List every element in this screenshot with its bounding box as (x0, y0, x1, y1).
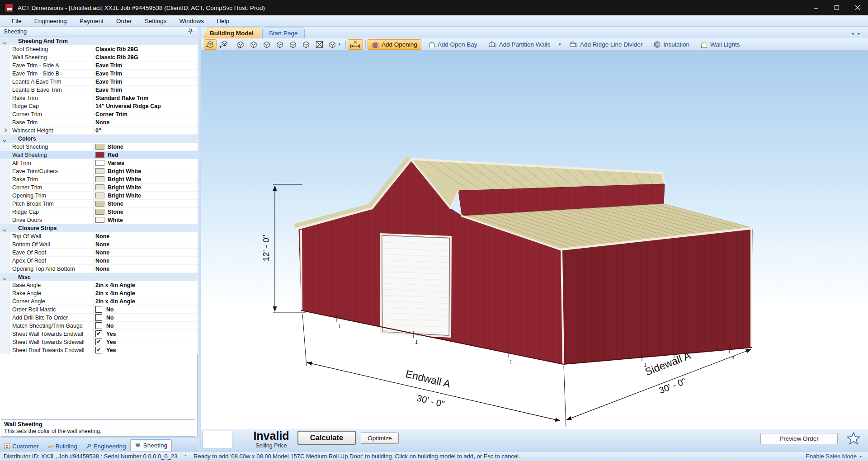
color-swatch[interactable] (95, 152, 104, 158)
building-type-2-icon[interactable] (247, 39, 260, 50)
section-header[interactable]: Colors (0, 135, 198, 143)
tab-sheeting[interactable]: Sheeting (130, 439, 172, 451)
property-row[interactable]: Ridge CapStone (0, 208, 198, 216)
property-row[interactable]: Corner TrimBright White (0, 183, 198, 192)
partition-dropdown-caret[interactable]: ▼ (558, 42, 561, 47)
property-row[interactable]: Rake TrimStandard Rake Trim (0, 94, 198, 102)
menu-file[interactable]: File (5, 16, 28, 26)
property-row[interactable]: Rake TrimBright White (0, 175, 198, 183)
rollup-door[interactable] (381, 234, 451, 337)
property-row[interactable]: Apex Of RoofNone (0, 257, 198, 265)
menu-help[interactable]: Help (210, 16, 236, 26)
property-row[interactable]: Roof SheetingClassic Rib 29G (0, 45, 198, 53)
property-value[interactable]: Classic Rib 29G (93, 53, 198, 61)
color-swatch[interactable] (95, 168, 104, 174)
menu-order[interactable]: Order (110, 16, 138, 26)
building-presets-dropdown[interactable]: ▼ (326, 39, 343, 50)
property-row[interactable]: Order Roll MasticNo (0, 306, 198, 314)
property-value[interactable]: ✔Yes (93, 330, 198, 338)
property-row[interactable]: Leanto B Eave TrimEave Trim (0, 86, 198, 94)
property-row[interactable]: Bottom Of WallNone (0, 240, 198, 249)
property-row[interactable]: Ridge Cap14" Universal Ridge Cap (0, 102, 198, 110)
property-row[interactable]: Roof SheetingStone (0, 143, 198, 151)
expand-icon[interactable] (3, 128, 7, 132)
building-type-5-icon[interactable] (287, 39, 299, 50)
favorite-star-icon[interactable] (846, 432, 861, 447)
property-value[interactable]: Eave Trim (93, 70, 198, 77)
property-value[interactable]: White (93, 216, 198, 224)
property-row[interactable]: Sheet Wall Towards Sidewall✔Yes (0, 338, 198, 346)
property-row[interactable]: Eave Trim/GuttersBright White (0, 167, 198, 175)
property-value[interactable]: Varies (93, 159, 198, 167)
insulation-button[interactable]: Insulation (649, 39, 693, 50)
property-value[interactable]: Eave Trim (93, 61, 198, 69)
menu-payment[interactable]: Payment (73, 16, 110, 26)
add-partition-walls-button[interactable]: Add Partition Walls (484, 39, 555, 50)
move-building-button[interactable] (217, 39, 230, 50)
property-value[interactable]: Bright White (93, 167, 198, 175)
color-swatch[interactable] (95, 184, 104, 190)
property-row[interactable]: Sheet Wall Towards Endwall✔Yes (0, 330, 198, 338)
property-row[interactable]: Leanto A Eave TrimEave Trim (0, 78, 198, 86)
optimize-button[interactable]: Optimize (361, 433, 399, 444)
property-value[interactable]: No (93, 322, 198, 329)
property-row[interactable]: Eave Trim - Side AEave Trim (0, 61, 198, 70)
building-type-4-icon[interactable] (274, 39, 286, 50)
property-row[interactable]: Wall SheetingClassic Rib 29G (0, 53, 198, 61)
property-row[interactable]: Opening TrimBright White (0, 192, 198, 200)
section-header[interactable]: Closure Strips (0, 224, 198, 232)
property-row[interactable]: Opening Top And BottomNone (0, 265, 198, 273)
property-value[interactable]: 14" Universal Ridge Cap (93, 102, 198, 110)
preview-order-button[interactable]: Preview Order (760, 433, 838, 444)
building-model[interactable]: 1 1 1 1 2 3 12' - 0" Endwall A 30' - 0" … (201, 51, 868, 428)
dimension-tool-button[interactable]: 10 (348, 39, 363, 50)
panel-splitter[interactable] (198, 27, 201, 451)
property-value[interactable]: 2in x 4in Angle (93, 297, 198, 305)
menu-engineering[interactable]: Engineering (28, 16, 73, 26)
color-swatch[interactable] (95, 209, 104, 215)
minimize-button[interactable] (806, 0, 826, 15)
checkbox[interactable] (95, 314, 102, 321)
color-swatch[interactable] (95, 176, 104, 182)
property-row[interactable]: Base TrimNone (0, 118, 198, 127)
tab-building[interactable]: Building (43, 441, 81, 451)
checkbox[interactable] (95, 322, 102, 329)
property-value[interactable]: Bright White (93, 183, 198, 191)
tab-building-model[interactable]: Building Model (203, 28, 260, 38)
menu-windows[interactable]: Windows (173, 16, 210, 26)
property-value[interactable]: 0" (93, 127, 198, 134)
tab-engineering[interactable]: Engineering (81, 441, 130, 451)
checkbox[interactable] (95, 306, 102, 313)
property-value[interactable]: Standard Rake Trim (93, 94, 198, 102)
property-row[interactable]: Match Sheeting/Trim GaugeNo (0, 322, 198, 330)
building-type-3d-icon[interactable]: 3D (234, 39, 247, 50)
property-value[interactable]: None (93, 249, 198, 256)
tab-scroll-arrows[interactable]: ◄ ► (851, 32, 862, 36)
property-value[interactable]: Classic Rib 29G (93, 45, 198, 53)
property-row[interactable]: Sheet Roof Towards Endwall✔Yes (0, 346, 198, 354)
enable-sales-mode[interactable]: Enable Sales Mode ▸ (806, 453, 862, 460)
property-row[interactable]: Eave Trim - Side BEave Trim (0, 70, 198, 78)
property-row[interactable]: Wainscot Height0" (0, 127, 198, 135)
tab-start-page[interactable]: Start Page (262, 28, 305, 38)
add-open-bay-button[interactable]: Add Open Bay (424, 39, 481, 50)
property-row[interactable]: Drive DoorsWhite (0, 216, 198, 224)
property-row[interactable]: Wall SheetingRed (0, 151, 198, 159)
property-value[interactable]: Corner Trim (93, 110, 198, 118)
property-row[interactable]: Rake Angle2in x 4in Angle (0, 289, 198, 297)
calculate-button[interactable]: Calculate (297, 431, 356, 445)
property-value[interactable]: None (93, 257, 198, 264)
property-value[interactable]: Bright White (93, 175, 198, 183)
property-row[interactable]: Add Drill Bits To OrderNo (0, 314, 198, 322)
color-swatch[interactable] (95, 144, 104, 150)
property-value[interactable]: None (93, 232, 198, 240)
property-value[interactable]: 2in x 4in Angle (93, 289, 198, 297)
close-button[interactable] (847, 0, 868, 15)
building-type-6-icon[interactable] (300, 39, 312, 50)
model-viewport[interactable]: 1 1 1 1 2 3 12' - 0" Endwall A 30' - 0" … (201, 51, 868, 428)
menu-settings[interactable]: Settings (138, 16, 173, 26)
property-row[interactable]: Eave Of RoofNone (0, 249, 198, 257)
property-value[interactable]: Bright White (93, 192, 198, 199)
property-row[interactable]: All TrimVaries (0, 159, 198, 167)
building-type-3-icon[interactable] (260, 39, 273, 50)
